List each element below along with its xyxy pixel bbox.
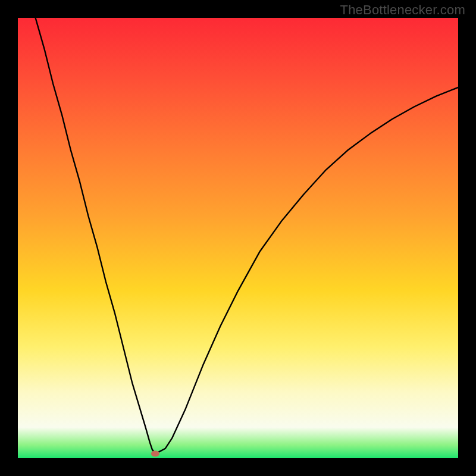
watermark-text: TheBottlenecker.com — [340, 2, 465, 18]
bottleneck-curve — [36, 18, 458, 453]
curve-layer — [18, 18, 458, 458]
optimal-point-marker — [151, 451, 159, 457]
chart-frame: TheBottlenecker.com — [0, 0, 476, 476]
plot-area — [18, 18, 458, 458]
